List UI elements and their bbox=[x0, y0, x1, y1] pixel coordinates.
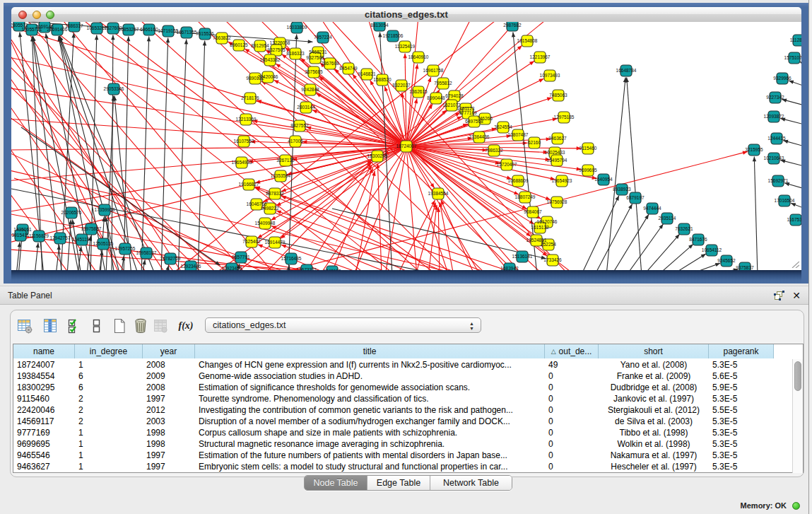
graph-node-label: 10807487 bbox=[508, 132, 529, 137]
cell-title: Corpus callosum shape and size in male p… bbox=[195, 427, 545, 438]
cell-pagerank: 5.3E-5 bbox=[709, 450, 774, 461]
graph-node-label: 7515526 bbox=[196, 31, 214, 36]
graph-node-label: 3915411 bbox=[12, 233, 30, 238]
cell-out_de: 0 bbox=[545, 404, 599, 416]
cell-in_degree: 1 bbox=[75, 427, 143, 438]
table-settings-button[interactable] bbox=[16, 317, 33, 334]
network-graph[interactable]: 2805571190557212069140206914061686317106… bbox=[11, 22, 801, 270]
cell-name: 9465546 bbox=[13, 450, 75, 461]
cell-in_degree: 1 bbox=[75, 438, 143, 450]
cell-out_de: 0 bbox=[545, 416, 599, 427]
table-row[interactable]: 946554611997Estimation of the future num… bbox=[13, 450, 774, 461]
cell-in_degree: 2 bbox=[75, 404, 143, 416]
graph-node-label: 8938923 bbox=[613, 187, 631, 192]
table-vertical-scrollbar[interactable] bbox=[792, 359, 803, 473]
graph-node-label: 1686317 bbox=[65, 23, 83, 28]
graph-node-label: 252254 bbox=[541, 242, 556, 247]
column-header-out_de[interactable]: △out_de... bbox=[545, 344, 599, 358]
scrollbar-thumb[interactable] bbox=[794, 361, 801, 391]
cell-title: Changes of HCN gene expression and I(f) … bbox=[195, 359, 545, 370]
graph-node-label: 5468231 bbox=[309, 49, 327, 54]
new-column-button[interactable] bbox=[111, 317, 128, 334]
graph-node-label: 12093872 bbox=[764, 114, 784, 119]
graph-node-label: 1362615 bbox=[409, 89, 428, 94]
table-row[interactable]: 911546021997Tourette syndrome. Phenomeno… bbox=[13, 393, 774, 404]
import-table-button-disabled bbox=[152, 317, 169, 334]
column-header-in_degree[interactable]: in_degree bbox=[75, 344, 143, 358]
cell-short: Hescheler et al. (1997) bbox=[599, 461, 709, 472]
table-tabs: Node TableEdge TableNetwork Table bbox=[304, 475, 512, 491]
window-titlebar[interactable]: citations_edges.txt bbox=[11, 7, 801, 23]
row-options-button[interactable] bbox=[88, 317, 105, 334]
table-row[interactable]: 1830029562008Estimation of significance … bbox=[13, 382, 774, 393]
select-columns-button[interactable] bbox=[66, 317, 83, 334]
graph-node-label: 19654923 bbox=[552, 178, 572, 183]
network-canvas[interactable]: 2805571190557212069140206914061686317106… bbox=[11, 22, 801, 270]
cell-pagerank: 5.9E-5 bbox=[709, 382, 774, 393]
table-row[interactable]: 946362711997Embryonic stem cells: a mode… bbox=[13, 461, 774, 472]
cell-name: 22420046 bbox=[13, 404, 75, 416]
graph-node-label: 10973493 bbox=[540, 73, 560, 78]
cell-year: 2008 bbox=[143, 359, 195, 370]
table-row[interactable]: 977716911998Corpus callosum shape and si… bbox=[13, 427, 774, 438]
cell-out_de: 49 bbox=[545, 359, 599, 370]
column-header-pagerank[interactable]: pagerank bbox=[709, 344, 774, 358]
column-header-title[interactable]: title bbox=[195, 344, 545, 358]
cell-name: 18300295 bbox=[13, 382, 75, 393]
close-panel-icon[interactable]: ✕ bbox=[792, 290, 801, 301]
graph-node-label: 1244415 bbox=[767, 136, 786, 141]
graph-node-label: 8471676 bbox=[689, 237, 707, 242]
tab-edge-table[interactable]: Edge Table bbox=[367, 476, 430, 490]
graph-node-label: 15136141 bbox=[512, 254, 533, 259]
show-columns-button[interactable] bbox=[42, 317, 59, 334]
graph-node-label: 18300295 bbox=[367, 153, 388, 158]
stepper-up-icon: ▲ bbox=[469, 321, 474, 326]
tab-node-table[interactable]: Node Table bbox=[305, 476, 367, 490]
graph-node-label: 15720407 bbox=[497, 162, 517, 167]
window-resize-grip[interactable] bbox=[789, 259, 799, 268]
table-row[interactable]: 1872400712008Changes of HCN gene express… bbox=[13, 359, 774, 370]
cell-name: 19384554 bbox=[13, 370, 75, 382]
cell-year: 2008 bbox=[143, 382, 195, 393]
graph-node-label: 7957224 bbox=[314, 35, 332, 40]
column-header-year[interactable]: year bbox=[143, 344, 195, 358]
graph-node-label: 10719155 bbox=[158, 28, 179, 33]
graph-node-label: 16107553 bbox=[234, 139, 254, 144]
cell-pagerank: 5.3E-5 bbox=[709, 393, 774, 404]
graph-node-label: 9146821 bbox=[358, 71, 376, 76]
table-row[interactable]: 2242004622012Investigating the contribut… bbox=[13, 404, 774, 416]
select-stepper-icon: ▲▼ bbox=[469, 321, 474, 331]
function-builder-button[interactable]: f(x) bbox=[177, 317, 194, 334]
tab-network-table[interactable]: Network Table bbox=[430, 476, 512, 490]
graph-node-label: 16671355 bbox=[177, 30, 197, 35]
cell-short: Franke et al. (2009) bbox=[599, 370, 709, 382]
memory-status-label: Memory: OK bbox=[741, 501, 787, 510]
graph-node-label: 7955812 bbox=[434, 81, 452, 86]
graph-node-label: 6966160 bbox=[140, 27, 158, 32]
cell-out_de: 0 bbox=[545, 370, 599, 382]
graph-node-label: 1112896 bbox=[790, 37, 801, 42]
column-header-name[interactable]: name bbox=[13, 344, 75, 358]
float-panel-icon[interactable] bbox=[774, 291, 784, 301]
graph-node-label: 9242848 bbox=[301, 87, 319, 92]
column-header-short[interactable]: short bbox=[599, 344, 709, 358]
graph-node-label: 2987682 bbox=[503, 23, 522, 28]
graph-node-label: 18640910 bbox=[408, 54, 429, 59]
graph-node-label: 19166827 bbox=[239, 182, 259, 187]
cell-name: 9777169 bbox=[13, 427, 75, 438]
table-row[interactable]: 1456911722003Disruption of a novel membe… bbox=[13, 416, 774, 427]
cell-year: 1998 bbox=[143, 427, 195, 438]
graph-node-label: 15495794 bbox=[547, 158, 567, 163]
graph-node-label: 8186323 bbox=[286, 51, 305, 56]
cell-short: Dudbridge et al. (2008) bbox=[599, 382, 709, 393]
graph-node-label: 16543382 bbox=[260, 57, 281, 62]
table-row[interactable]: 969969511998Structural magnetic resonanc… bbox=[13, 438, 774, 450]
cell-year: 2009 bbox=[143, 370, 195, 382]
table-source-select[interactable]: citations_edges.txt ▲▼ bbox=[205, 317, 481, 333]
cell-title: Embryonic stem cells: a model to study s… bbox=[195, 461, 545, 472]
graph-node-label: 17359918 bbox=[95, 207, 115, 212]
table-row[interactable]: 1938455462009Genome-wide association stu… bbox=[13, 370, 774, 382]
delete-column-button[interactable] bbox=[132, 317, 149, 334]
network-view-window: citations_edges.txt 28055711905572120691… bbox=[4, 3, 809, 284]
graph-node-label: 16782759 bbox=[160, 256, 181, 261]
